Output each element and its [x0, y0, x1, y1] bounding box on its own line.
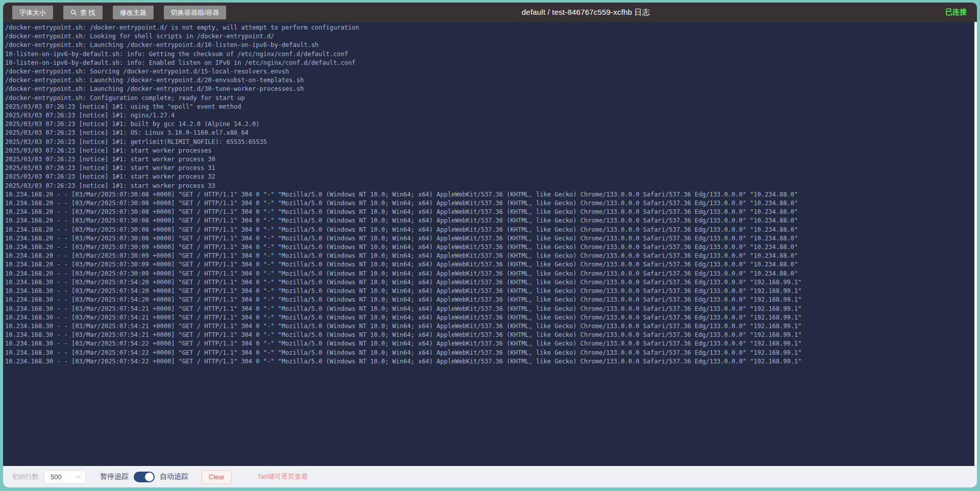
log-line: /docker-entrypoint.sh: Looking for shell… [5, 32, 972, 41]
log-line: 10.234.168.20 - - [03/Mar/2025:07:30:08 … [5, 226, 972, 234]
log-line: 10.234.168.30 - - [03/Mar/2025:07:54:20 … [5, 287, 972, 296]
log-line: /docker-entrypoint.sh: Launching /docker… [5, 85, 972, 93]
initial-lines-label: 初始行数 [12, 472, 39, 481]
initial-lines-value: 500 [51, 473, 62, 481]
log-line: 2025/03/03 07:26:23 [notice] 1#1: OS: Li… [5, 129, 972, 137]
log-line: /docker-entrypoint.sh: Sourcing /docker-… [5, 67, 972, 76]
search-button-label: 查 找 [80, 9, 95, 16]
log-line: 10.234.168.20 - - [03/Mar/2025:07:30:09 … [5, 260, 972, 269]
auto-tracking-label: 自动追踪 [160, 472, 188, 481]
log-line: 2025/03/03 07:26:23 [notice] 1#1: built … [5, 120, 972, 129]
tracking-toggle[interactable] [134, 472, 155, 482]
log-line: 10.234.168.20 - - [03/Mar/2025:07:30:09 … [5, 252, 972, 260]
log-line: 10.234.168.30 - - [03/Mar/2025:07:54:22 … [5, 357, 972, 366]
log-line: 10.234.168.30 - - [03/Mar/2025:07:54:20 … [5, 278, 972, 287]
log-line: 10.234.168.30 - - [03/Mar/2025:07:54:21 … [5, 331, 972, 339]
log-line: 2025/03/03 07:26:23 [notice] 1#1: start … [5, 164, 972, 173]
log-console-window: 字体大小 查 找 修改主题 切换容器组/容器 default / test-84… [3, 3, 977, 487]
console-header: 字体大小 查 找 修改主题 切换容器组/容器 default / test-84… [3, 3, 977, 22]
initial-lines-select[interactable]: 500 [44, 470, 86, 484]
log-lines: /docker-entrypoint.sh: /docker-entrypoin… [5, 23, 972, 366]
search-button[interactable]: 查 找 [63, 6, 103, 19]
font-size-button-label: 字体大小 [19, 9, 46, 16]
pause-tracking-label: 暂停追踪 [100, 472, 129, 481]
log-line: 10.234.168.20 - - [03/Mar/2025:07:30:08 … [5, 216, 972, 225]
tab-page-hint: Tab键可逐页查看 [257, 472, 308, 481]
font-size-button[interactable]: 字体大小 [12, 6, 53, 19]
log-line: 2025/03/03 07:26:23 [notice] 1#1: start … [5, 146, 972, 155]
log-line: 10.234.168.30 - - [03/Mar/2025:07:54:22 … [5, 339, 972, 348]
log-line: 2025/03/03 07:26:23 [notice] 1#1: start … [5, 182, 972, 190]
change-theme-button-label: 修改主题 [120, 9, 146, 16]
connection-status-badge: 已连接 [945, 8, 970, 17]
switch-container-button[interactable]: 切换容器组/容器 [164, 6, 227, 19]
log-line: 10-listen-on-ipv6-by-default.sh: info: E… [5, 59, 972, 67]
log-line: 2025/03/03 07:26:23 [notice] 1#1: start … [5, 173, 972, 181]
log-line: 2025/03/03 07:26:23 [notice] 1#1: getrli… [5, 138, 972, 146]
log-line: 10.234.168.30 - - [03/Mar/2025:07:54:21 … [5, 305, 972, 313]
log-line: /docker-entrypoint.sh: Configuration com… [5, 94, 972, 103]
search-icon [70, 9, 77, 16]
clear-button[interactable]: Clear [202, 470, 232, 484]
log-line: /docker-entrypoint.sh: Launching /docker… [5, 41, 972, 50]
log-line: 2025/03/03 07:26:23 [notice] 1#1: nginx/… [5, 111, 972, 120]
log-line: 10.234.168.20 - - [03/Mar/2025:07:30:09 … [5, 243, 972, 252]
log-line: 10.234.168.30 - - [03/Mar/2025:07:54:20 … [5, 296, 972, 304]
log-line: 2025/03/03 07:26:23 [notice] 1#1: start … [5, 155, 972, 164]
log-controls-footer: 初始行数 500 暂停追踪 自动追踪 Clear Tab键可逐页查看 [3, 466, 977, 487]
toggle-knob [145, 473, 154, 481]
page-title: default / test-846767c559-xcfhb 日志 [226, 8, 945, 17]
log-line: 10.234.168.20 - - [03/Mar/2025:07:30:08 … [5, 190, 972, 199]
log-line: 10.234.168.20 - - [03/Mar/2025:07:30:09 … [5, 269, 972, 278]
log-line: /docker-entrypoint.sh: /docker-entrypoin… [5, 23, 972, 32]
log-output[interactable]: /docker-entrypoint.sh: /docker-entrypoin… [3, 22, 977, 466]
log-line: 10-listen-on-ipv6-by-default.sh: info: G… [5, 50, 972, 59]
log-line: 2025/03/03 07:26:23 [notice] 1#1: using … [5, 103, 972, 111]
log-scrollbar[interactable] [974, 22, 977, 466]
log-line: 10.234.168.30 - - [03/Mar/2025:07:54:21 … [5, 322, 972, 331]
log-line: 10.234.168.20 - - [03/Mar/2025:07:30:08 … [5, 199, 972, 208]
log-line: 10.234.168.20 - - [03/Mar/2025:07:30:08 … [5, 234, 972, 243]
log-line: /docker-entrypoint.sh: Launching /docker… [5, 76, 972, 85]
switch-container-button-label: 切换容器组/容器 [171, 9, 219, 16]
toolbar: 字体大小 查 找 修改主题 切换容器组/容器 [12, 6, 226, 19]
log-line: 10.234.168.30 - - [03/Mar/2025:07:54:22 … [5, 349, 972, 357]
log-line: 10.234.168.20 - - [03/Mar/2025:07:30:08 … [5, 208, 972, 216]
log-line: 10.234.168.30 - - [03/Mar/2025:07:54:21 … [5, 313, 972, 322]
change-theme-button[interactable]: 修改主题 [113, 6, 154, 19]
chevron-down-icon [76, 474, 81, 480]
